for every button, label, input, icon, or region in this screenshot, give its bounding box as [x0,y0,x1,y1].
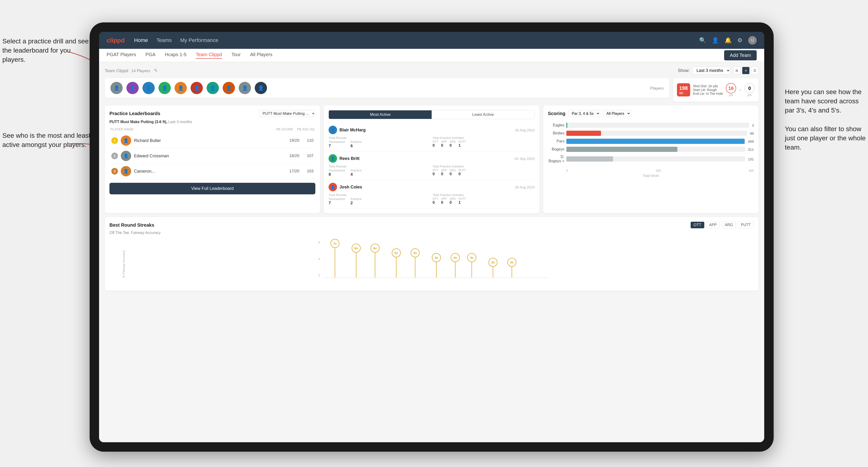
active-player-row-1: 👤 Blair McHarg 26 Aug 2023 Total Rounds … [329,123,534,151]
active-player-row-2: 👤 Rees Britt 02 Sep 2023 Total Rounds To… [329,151,534,180]
show-select[interactable]: Last 3 months Last 6 months Last year [692,67,730,74]
svg-text:6: 6 [318,241,320,244]
svg-text:4x: 4x [454,256,457,259]
svg-text:4: 4 [318,257,320,261]
streaks-filters: OTT APP ARG PUTT [691,222,754,228]
lb-avg-3: 103 [307,169,313,174]
most-active-btn[interactable]: Most Active [329,111,432,119]
least-active-btn[interactable]: Least Active [432,111,534,119]
score-circle-2: 0 [744,83,755,93]
subnav-all-players[interactable]: All Players [250,52,272,59]
lb-row-3: 3 👤 Cameron... 17/20 103 [110,164,315,179]
score-value: 198 SC [677,83,690,96]
bar-track-birdies [566,131,747,136]
filter-arg[interactable]: ARG [722,222,736,228]
scoring-title: Scoring [548,111,565,116]
annotation-left1: Select a practice drill and seethe leade… [2,36,92,64]
rank-badge-1: 1 [111,137,118,144]
edit-icon[interactable]: ✎ [154,68,158,73]
active-avatar-2: 👤 [329,154,337,163]
bar-label-dbogeys: D. Bogeys + [548,155,564,163]
total-practice-label-1: Total Practice Activities [433,136,535,139]
lb-name-2: Edward Crossman [134,154,286,158]
three-col: Practice Leaderboards PUTT Must Make Put… [105,105,758,213]
team-title: Team Clippd 14 Players [105,67,150,73]
player-avatar-10[interactable]: 👤 [255,82,267,94]
view-icons: ⊞ ≡ ☰ [733,67,758,74]
player-avatar-4[interactable]: 👤 [158,82,171,94]
bar-fill-birdies [566,131,601,136]
bar-track-bogeys [566,147,745,152]
navbar-links: Home Teams My Performance [134,37,699,43]
activity-card: Most Active Least Active 👤 Blair McHarg … [324,105,539,213]
add-team-button[interactable]: Add Team [724,50,757,60]
nav-my-performance[interactable]: My Performance [180,37,218,43]
lb-name-3: Cameron... [134,169,286,174]
active-name-2: Rees Britt [339,156,512,161]
score-card-thumb: 198 SC Shot Dist: 16 yds Start Lie: Roug… [673,78,758,102]
bar-fill-eagles [566,123,567,128]
avatar[interactable]: U [748,36,757,44]
player-avatar-7[interactable]: 👤 [207,82,219,94]
scoring-players-filter[interactable]: All Players [603,110,631,117]
tournament-val-1: 7 [329,144,345,148]
bar-track-eagles [566,123,749,128]
list-view-icon[interactable]: ☰ [751,67,758,74]
player-avatar-3[interactable]: 👤 [143,82,155,94]
tournament-label-1: Tournament [329,140,345,144]
col-avg-sq: PB AVG SQ [297,127,314,131]
lb-table-header: PLAYER NAME PB SCORE PB AVG SQ [110,127,315,131]
svg-text:3x: 3x [491,261,495,264]
player-avatar-8[interactable]: 👤 [223,82,235,94]
rank-badge-3: 3 [111,168,118,175]
activity-toggle: Most Active Least Active [329,110,534,119]
grid-view-icon[interactable]: ⊞ [733,67,741,74]
svg-text:5x: 5x [413,251,417,255]
nav-teams[interactable]: Teams [156,37,172,43]
filter-putt[interactable]: PUTT [738,222,754,228]
lb-avatar-3: 👤 [121,166,131,177]
bar-chart: Eagles 3 Birdies 96 [548,121,754,168]
filter-app[interactable]: APP [706,222,720,228]
player-avatar-5[interactable]: 👤 [175,82,187,94]
drill-select[interactable]: PUTT Must Make Putting ... [259,110,315,117]
subnav-team-clippd[interactable]: Team Clippd [196,52,222,59]
bar-row-dbogeys: D. Bogeys + 131 [548,155,754,163]
lb-avatar-2: 👤 [121,151,131,161]
tablet: clippd Home Teams My Performance 🔍 👤 🔔 ⚙… [90,22,774,452]
bar-track-dbogeys [566,156,745,161]
search-icon[interactable]: 🔍 [699,37,706,44]
settings-icon[interactable]: ⚙ [737,37,743,44]
tablet-screen: clippd Home Teams My Performance 🔍 👤 🔔 ⚙… [99,32,764,442]
lb-score-3: 17/20 [289,169,299,174]
subnav-tour[interactable]: Tour [231,52,241,59]
annotation-right1: Here you can see how theteam have scored… [785,87,866,152]
subnav-pgat[interactable]: PGAT Players [106,52,136,59]
view-leaderboard-button[interactable]: View Full Leaderboard [110,183,315,194]
table-view-icon[interactable]: ≡ [742,67,750,74]
active-player-row-3: 👤 Josh Coles 26 Aug 2023 Total Rounds To… [329,180,534,209]
subnav-pga[interactable]: PGA [146,52,155,59]
scoring-par-filter[interactable]: Par 3, 4 & 5s Par 3s Par 4s Par 5s [568,110,600,117]
player-avatar-9[interactable]: 👤 [239,82,251,94]
total-rounds-label-1: Total Rounds [329,136,431,139]
player-avatar-1[interactable]: 👤 [111,82,123,94]
svg-text:6x: 6x [354,247,358,250]
bar-value-dbogeys: 131 [748,157,754,161]
bar-fill-dbogeys [566,156,613,161]
active-date-2: 02 Sep 2023 [515,157,535,161]
bar-row-bogeys: Bogeys 311 [548,147,754,152]
subnav-hcaps[interactable]: Hcaps 1-5 [165,52,186,59]
active-avatar-3: 👤 [329,183,337,191]
bell-icon[interactable]: 🔔 [724,37,732,44]
users-icon[interactable]: 👤 [712,37,719,44]
nav-home[interactable]: Home [134,37,148,43]
bar-label-birdies: Birdies [548,131,564,135]
leaderboard-title: Practice Leaderboards [110,111,160,116]
filter-ott[interactable]: OTT [691,222,704,228]
streak-svg: 6 4 2 7x 6x [119,239,754,281]
player-avatar-2[interactable]: 👤 [126,82,139,94]
lb-row-1: 1 👤 Richard Butler 19/20 110 [110,133,315,148]
bar-value-pars: 499 [748,139,754,144]
player-avatar-6[interactable]: 👤 [191,82,203,94]
